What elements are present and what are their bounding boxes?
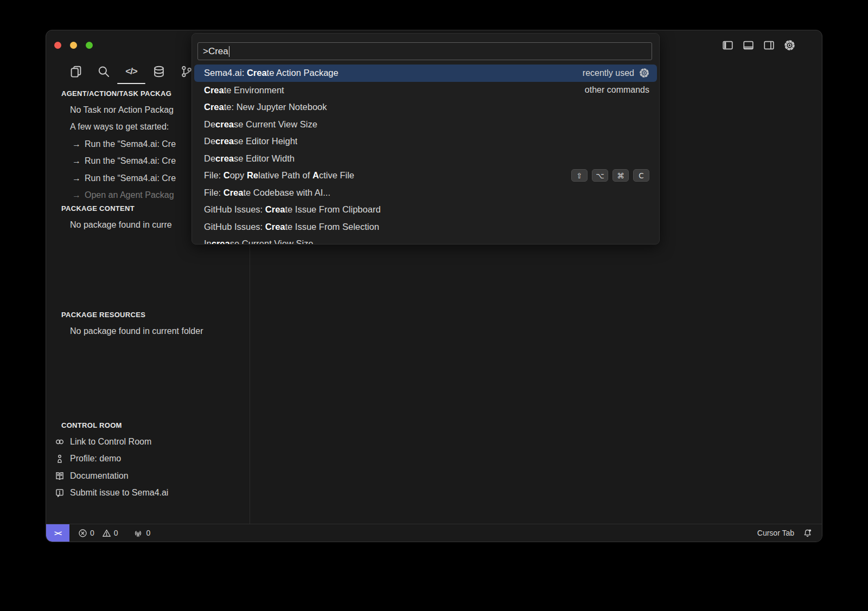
command-input[interactable]: >Crea <box>197 42 652 60</box>
remote-indicator-icon[interactable]: >< <box>46 524 69 542</box>
files-icon[interactable] <box>69 63 82 80</box>
command-item-meta: other commands <box>585 85 649 95</box>
list-item[interactable]: Profile: demo <box>46 451 250 468</box>
list-item-label: No package found in current folder <box>70 326 203 336</box>
layout-sidebar-left-icon[interactable] <box>722 40 733 51</box>
command-item[interactable]: Create: New Jupyter Notebook <box>194 99 657 116</box>
chevron-down-icon <box>49 421 58 429</box>
code-icon[interactable]: </> <box>125 63 138 80</box>
broadcast-icon <box>132 529 144 538</box>
text-caret <box>229 46 230 57</box>
gear-icon[interactable] <box>639 68 649 78</box>
traffic-lights <box>46 42 93 49</box>
command-item[interactable]: GitHub Issues: Create Issue From Selecti… <box>194 218 657 236</box>
list-item-label: A few ways to get started: <box>70 122 169 132</box>
list-item[interactable]: Link to Control Room <box>46 433 250 451</box>
layout-panel-icon[interactable] <box>743 40 754 51</box>
arrow-right-icon: → <box>72 139 81 149</box>
chevron-down-icon <box>49 204 58 213</box>
error-circle-icon <box>55 105 65 115</box>
zoom-button[interactable] <box>86 42 93 49</box>
warning-triangle-icon <box>102 529 111 538</box>
section-title: PACKAGE RESOURCES <box>61 311 145 319</box>
command-item-label: Decrease Editor Width <box>204 153 295 164</box>
chevron-down-icon <box>49 311 58 319</box>
link-icon <box>55 437 65 447</box>
list-item-label: Submit issue to Sema4.ai <box>70 488 168 498</box>
arrow-right-icon: → <box>72 156 81 166</box>
command-item-label: GitHub Issues: Create Issue From Selecti… <box>204 222 379 232</box>
command-item-label: File: Copy Relative Path of Active File <box>204 170 354 181</box>
command-item-label: File: Create Codebase with AI... <box>204 188 330 198</box>
command-item-label: Decrease Current View Size <box>204 119 317 130</box>
command-item-label: Decrease Editor Height <box>204 136 297 146</box>
titlebar-actions <box>722 30 795 60</box>
settings-gear-icon[interactable] <box>784 40 795 51</box>
app-window: </> AGENT/ACTION/TASK PACKAG No Task nor… <box>46 30 822 542</box>
section-header[interactable]: CONTROL ROOM <box>46 417 250 433</box>
list-item-label: Run the “Sema4.ai: Cre <box>85 173 176 183</box>
section-items: Link to Control Room Profile: demo Docum… <box>46 433 250 501</box>
command-item[interactable]: Decrease Current View Size <box>194 116 657 133</box>
list-item-label: Run the “Sema4.ai: Cre <box>85 139 176 149</box>
list-item-label: Open an Agent Packag <box>85 190 174 200</box>
command-item[interactable]: Decrease Editor Height <box>194 133 657 150</box>
list-item-label: Documentation <box>70 471 129 481</box>
command-item[interactable]: Decrease Editor Width <box>194 150 657 168</box>
command-item[interactable]: Create Environment other commands <box>194 82 657 99</box>
command-palette: >Crea Sema4.ai: Create Action Package re… <box>192 33 660 245</box>
section-header[interactable]: PACKAGE RESOURCES <box>46 307 250 323</box>
command-item[interactable]: Increase Current View Size <box>194 235 657 245</box>
book-icon <box>55 471 65 481</box>
command-item[interactable]: GitHub Issues: Create Issue From Clipboa… <box>194 201 657 218</box>
command-item[interactable]: Sema4.ai: Create Action Package recently… <box>194 65 657 82</box>
error-circle-icon <box>55 220 65 230</box>
arrow-right-icon: → <box>72 190 81 200</box>
keyboard-shortcut: ⇧⌥⌘C <box>571 169 649 182</box>
list-item[interactable]: Submit issue to Sema4.ai <box>46 485 250 502</box>
list-item-label: No Task nor Action Packag <box>70 105 174 115</box>
error-circle-icon <box>55 326 65 336</box>
command-item-label: Increase Current View Size <box>204 239 313 245</box>
section-items: No package found in current folder <box>46 323 250 340</box>
report-icon <box>55 488 65 498</box>
section-title: PACKAGE CONTENT <box>61 204 135 213</box>
error-circle-icon <box>78 529 87 538</box>
list-item-label: Link to Control Room <box>70 437 151 447</box>
statusbar-right: Cursor Tab <box>757 529 822 538</box>
command-item[interactable]: File: Create Codebase with AI... <box>194 184 657 202</box>
list-item-label: No package found in curre <box>70 220 172 230</box>
cursor-tab-status[interactable]: Cursor Tab <box>757 529 794 537</box>
list-item-label: Profile: demo <box>70 454 121 464</box>
command-item-label: Create: New Jupyter Notebook <box>204 102 327 112</box>
command-item[interactable]: File: Copy Relative Path of Active File … <box>194 167 657 184</box>
person-icon <box>55 454 65 464</box>
section-title: CONTROL ROOM <box>61 421 122 429</box>
bell-icon[interactable] <box>803 529 812 538</box>
list-item-label: Run the “Sema4.ai: Cre <box>85 156 176 166</box>
chevron-down-icon <box>49 89 58 98</box>
command-item-label: Create Environment <box>204 85 284 95</box>
search-icon[interactable] <box>97 63 110 80</box>
section-title: AGENT/ACTION/TASK PACKAG <box>61 89 171 98</box>
ports-indicator[interactable]: 0 <box>132 529 151 538</box>
list-item[interactable]: No package found in current folder <box>46 323 250 340</box>
command-query: >Crea <box>203 46 228 57</box>
close-button[interactable] <box>54 42 61 49</box>
minimize-button[interactable] <box>70 42 77 49</box>
status-bar: >< 0 0 0 Cursor Tab <box>46 524 822 542</box>
command-list: Sema4.ai: Create Action Package recently… <box>192 65 659 245</box>
layout-sidebar-right-icon[interactable] <box>763 40 775 51</box>
ports-count: 0 <box>146 529 151 537</box>
problems-indicator[interactable]: 0 0 <box>78 529 118 538</box>
command-item-meta: recently used <box>583 68 649 78</box>
command-item-label: GitHub Issues: Create Issue From Clipboa… <box>204 204 381 215</box>
database-icon[interactable] <box>152 63 165 80</box>
list-item[interactable]: Documentation <box>46 467 250 485</box>
warning-count: 0 <box>114 529 118 537</box>
error-count: 0 <box>90 529 94 537</box>
arrow-right-icon: → <box>72 173 81 183</box>
command-item-label: Sema4.ai: Create Action Package <box>204 68 339 78</box>
